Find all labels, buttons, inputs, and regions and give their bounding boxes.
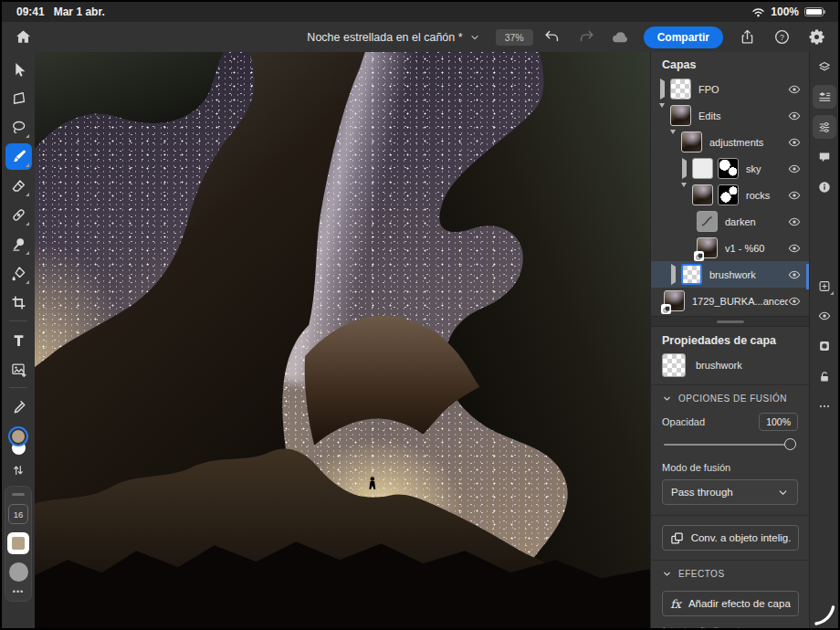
layer-thumbnail[interactable]: [697, 237, 718, 258]
layer-visibility-button[interactable]: [788, 136, 801, 149]
eraser-tool-icon: [11, 178, 26, 194]
layer-row-brushwork[interactable]: brushwork: [651, 261, 809, 288]
clone-stamp-tool[interactable]: [5, 231, 32, 257]
expand-arrow[interactable]: [680, 161, 688, 177]
opacity-slider-track: [664, 444, 796, 446]
redo-button[interactable]: [576, 26, 597, 47]
foreground-color-swatch[interactable]: [10, 428, 26, 445]
layers-stack-icon: [818, 59, 831, 75]
layer-thumbnail[interactable]: [664, 290, 685, 311]
brush-preview[interactable]: [9, 562, 28, 582]
properties-layer-thumbnail: [662, 353, 686, 377]
layer-visibility-button[interactable]: [788, 242, 801, 255]
tool-options-dock: 16 •••: [5, 486, 32, 602]
lasso-tool[interactable]: [5, 114, 32, 141]
panel-splitter[interactable]: [651, 316, 809, 327]
smart-object-icon: [670, 531, 684, 545]
chevron-down-icon[interactable]: [469, 32, 480, 43]
layer-mask-thumbnail[interactable]: [718, 184, 739, 205]
blend-options-section-header[interactable]: OPCIONES DE FUSIÓN: [651, 385, 809, 406]
comments-button[interactable]: [813, 145, 836, 169]
chevron-down-icon: [662, 394, 672, 404]
layer-thumbnail[interactable]: [681, 131, 702, 152]
place-image-tool[interactable]: [5, 356, 32, 383]
share-button[interactable]: Compartir: [644, 26, 723, 48]
layer-row-v1[interactable]: v1 - %60: [651, 235, 809, 261]
layer-more-options-button[interactable]: [813, 394, 836, 418]
layer-visibility-toggle-button[interactable]: [813, 304, 836, 328]
layer-thumbnail[interactable]: [670, 79, 691, 100]
layer-visibility-button[interactable]: [788, 268, 801, 281]
crop-tool[interactable]: [5, 289, 32, 316]
clone-stamp-tool-icon: [11, 236, 26, 252]
move-tool[interactable]: [5, 56, 32, 82]
zoom-level-badge[interactable]: 37%: [496, 29, 533, 46]
layer-visibility-button[interactable]: [788, 163, 801, 175]
layer-row-darken[interactable]: darken: [651, 208, 809, 235]
layer-row-adjustments[interactable]: adjustments: [651, 129, 809, 155]
layer-row-rocks[interactable]: rocks: [651, 182, 809, 208]
layer-visibility-button[interactable]: [788, 215, 801, 228]
home-button[interactable]: [13, 26, 34, 47]
layer-thumbnail[interactable]: [670, 105, 691, 126]
add-mask-button[interactable]: [813, 334, 836, 358]
convert-smart-object-button[interactable]: Conv. a objeto intelig.: [662, 525, 799, 551]
plus-square-icon: [818, 278, 831, 294]
layer-visibility-button[interactable]: [788, 295, 801, 308]
transform-tool[interactable]: [5, 85, 32, 111]
opacity-row: Opacidad 100%: [651, 406, 809, 433]
add-layer-effect-button[interactable]: fx Añadir efecto de capa: [662, 591, 799, 616]
adjustment-layer-thumbnail[interactable]: [697, 211, 718, 232]
brush-color-swatch[interactable]: [7, 532, 29, 554]
layer-visibility-button[interactable]: [788, 110, 801, 122]
layer-thumbnail-selected[interactable]: [681, 264, 702, 285]
brush-more-options-button[interactable]: •••: [13, 587, 24, 596]
lock-layer-button[interactable]: [813, 364, 836, 388]
document-info-button[interactable]: [813, 175, 836, 199]
healing-brush-tool[interactable]: [5, 202, 32, 228]
opacity-value-field[interactable]: 100%: [759, 413, 798, 431]
layer-mask-thumbnail[interactable]: [718, 158, 739, 179]
expand-arrow[interactable]: [669, 267, 677, 283]
layer-visibility-button[interactable]: [788, 189, 801, 202]
opacity-slider[interactable]: [664, 438, 796, 451]
layer-visibility-button[interactable]: [788, 83, 801, 96]
layer-row-fpo[interactable]: FPO: [651, 76, 809, 102]
layer-row-1729[interactable]: 1729_BURKA...anced-NR33: [651, 288, 809, 314]
add-layer-button[interactable]: [813, 274, 836, 298]
eraser-tool[interactable]: [5, 173, 32, 199]
layers-detail-view-button[interactable]: [813, 85, 836, 109]
opacity-slider-knob[interactable]: [784, 438, 796, 450]
collapse-arrow[interactable]: [658, 108, 667, 124]
document-canvas[interactable]: [35, 52, 650, 630]
document-title[interactable]: Noche estrellada en el cañón *: [307, 31, 462, 44]
collapse-arrow[interactable]: [669, 134, 677, 151]
brush-size-field[interactable]: 16: [8, 504, 28, 524]
effects-section-header[interactable]: EFECTOS: [651, 561, 809, 582]
help-button[interactable]: [772, 26, 793, 47]
eye-icon: [788, 189, 801, 202]
blend-mode-dropdown[interactable]: Pass through: [662, 479, 798, 505]
swap-colors-button[interactable]: [12, 464, 25, 477]
undo-button[interactable]: [541, 26, 562, 47]
cloud-sync-icon: [611, 27, 630, 47]
collapse-arrow[interactable]: [680, 187, 688, 204]
layer-row-edits[interactable]: Edits: [651, 102, 809, 129]
settings-button[interactable]: [806, 26, 827, 47]
chevron-down-icon: [662, 569, 672, 579]
lasso-tool-icon: [11, 120, 26, 135]
brush-tool[interactable]: [5, 143, 32, 170]
dock-drag-handle[interactable]: [12, 493, 25, 496]
type-tool[interactable]: [5, 327, 32, 353]
eyedropper-tool[interactable]: [5, 394, 32, 420]
layer-row-sky[interactable]: sky: [651, 155, 809, 182]
fill-tool[interactable]: [5, 260, 32, 287]
panel-splitter-handle[interactable]: [717, 320, 744, 323]
layer-thumbnail[interactable]: [692, 184, 713, 205]
layer-thumbnail[interactable]: [692, 158, 713, 179]
layer-properties-button[interactable]: [813, 115, 836, 139]
eyedropper-tool-icon: [11, 399, 26, 415]
expand-arrow[interactable]: [658, 81, 667, 98]
export-button[interactable]: [737, 26, 758, 47]
layers-compact-view-button[interactable]: [813, 55, 836, 79]
